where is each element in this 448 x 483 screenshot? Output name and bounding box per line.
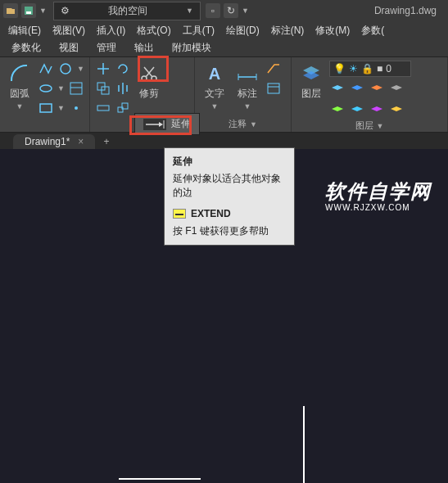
layer-walk-icon[interactable] xyxy=(388,103,405,120)
document-title: Drawing1.dwg xyxy=(366,5,445,16)
layer-lock-icon[interactable] xyxy=(388,82,405,98)
workspace-dropdown[interactable]: ⚙ 我的空间 ▼ xyxy=(53,2,201,20)
document-tab[interactable]: Drawing1* × xyxy=(13,134,95,149)
watermark: 软件自学网 WWW.RJZXW.COM xyxy=(325,178,432,212)
square-icon: ■ xyxy=(377,63,382,74)
layer-state-icon[interactable] xyxy=(329,82,346,98)
tooltip-help: 按 F1 键获得更多帮助 xyxy=(173,224,286,238)
sun-icon: ☀ xyxy=(349,63,358,74)
rectangle-icon[interactable] xyxy=(38,100,54,116)
dimension-icon xyxy=(236,62,259,85)
layer-match-icon[interactable] xyxy=(329,103,346,120)
ribbon: 圆弧 ▼ ▼ ▼ ▼ xyxy=(0,57,448,133)
menu-format[interactable]: 格式(O) xyxy=(132,22,175,39)
chevron-down-icon[interactable]: ▼ xyxy=(242,7,249,15)
arc-button[interactable]: 圆弧 ▼ xyxy=(5,61,34,112)
polyline-icon[interactable] xyxy=(38,61,54,77)
menu-modify[interactable]: 修改(M) xyxy=(310,22,355,39)
tooltip-command: EXTEND xyxy=(191,208,231,219)
new-tab-button[interactable]: + xyxy=(98,134,114,149)
svg-rect-10 xyxy=(97,106,109,111)
menu-tools[interactable]: 工具(T) xyxy=(178,22,219,39)
ellipse-icon[interactable] xyxy=(38,80,54,97)
open-icon[interactable] xyxy=(3,3,18,18)
panel-draw: 圆弧 ▼ ▼ ▼ ▼ xyxy=(0,57,90,132)
cloud-icon[interactable]: ▫ xyxy=(206,3,220,18)
layer-zero-label: 0 xyxy=(386,63,391,74)
panel-annotate: A 文字 ▼ 标注 ▼ 注释▼ xyxy=(195,57,292,132)
canvas-line-vertical xyxy=(303,406,305,483)
canvas-line-horizontal xyxy=(119,478,201,480)
menu-insert[interactable]: 插入(I) xyxy=(92,22,130,39)
ribbon-tabstrip: 参数化 视图 管理 输出 附加模块 xyxy=(0,39,448,57)
svg-rect-4 xyxy=(70,83,82,94)
titlebar: ▼ ⚙ 我的空间 ▼ ▫ ↻ ▼ Drawing1.dwg xyxy=(0,0,448,21)
menu-draw[interactable]: 绘图(D) xyxy=(221,22,265,39)
tab-parametric[interactable]: 参数化 xyxy=(3,39,49,56)
chevron-down-icon: ▼ xyxy=(16,102,24,111)
panel-annotate-title: 注释 xyxy=(229,118,247,130)
copy-icon[interactable] xyxy=(95,80,111,97)
menu-dimension[interactable]: 标注(N) xyxy=(266,22,310,39)
lock-icon: 🔒 xyxy=(361,63,373,74)
arc-icon xyxy=(8,62,31,85)
trim-label: 修剪 xyxy=(139,87,159,101)
panel-layers-title: 图层 xyxy=(355,120,373,132)
menu-edit[interactable]: 编辑(E) xyxy=(3,22,46,39)
command-icon xyxy=(173,209,186,219)
leader-icon[interactable] xyxy=(265,61,282,77)
text-icon: A xyxy=(203,62,226,85)
tab-manage[interactable]: 管理 xyxy=(88,39,124,56)
document-tab-label: Drawing1* xyxy=(25,136,70,147)
menu-parametric[interactable]: 参数( xyxy=(356,22,389,39)
extend-label: 延伸 xyxy=(171,117,191,131)
mirror-icon[interactable] xyxy=(115,80,131,97)
gear-icon: ⚙ xyxy=(61,5,70,16)
save-icon[interactable] xyxy=(21,3,36,18)
hatch-icon[interactable] xyxy=(68,80,84,97)
arc-label: 圆弧 xyxy=(10,87,29,101)
trim-button[interactable]: 修剪 xyxy=(134,61,164,102)
refresh-icon[interactable]: ↻ xyxy=(224,3,238,18)
text-button[interactable]: A 文字 ▼ xyxy=(200,61,229,112)
layer-label: 图层 xyxy=(301,87,321,101)
point-icon[interactable] xyxy=(68,100,84,116)
svg-rect-18 xyxy=(268,84,279,93)
layer-iso-icon[interactable] xyxy=(349,82,365,98)
svg-rect-6 xyxy=(40,104,52,112)
extend-flyout-item[interactable]: 延伸 xyxy=(134,113,200,135)
circle-icon[interactable] xyxy=(57,61,74,77)
dimension-button[interactable]: 标注 ▼ xyxy=(233,61,262,112)
stretch-icon[interactable] xyxy=(95,100,111,116)
menubar: 编辑(E) 视图(V) 插入(I) 格式(O) 工具(T) 绘图(D) 标注(N… xyxy=(0,21,448,39)
tab-addins[interactable]: 附加模块 xyxy=(164,39,219,56)
layers-icon xyxy=(300,62,323,85)
svg-point-3 xyxy=(40,85,52,92)
chevron-down-icon: ▼ xyxy=(186,7,193,15)
table-icon[interactable] xyxy=(265,80,282,97)
rotate-icon[interactable] xyxy=(115,61,131,77)
document-tabstrip: Drawing1* × + xyxy=(0,133,448,149)
layer-properties-button[interactable]: 图层 xyxy=(296,61,326,102)
layer-prev-icon[interactable] xyxy=(349,103,365,120)
layer-off-icon[interactable] xyxy=(369,103,385,120)
scale-icon[interactable] xyxy=(115,100,131,116)
dimension-label: 标注 xyxy=(238,87,257,101)
svg-rect-1 xyxy=(26,11,31,14)
tab-output[interactable]: 输出 xyxy=(126,39,162,56)
layer-freeze-icon[interactable] xyxy=(369,82,385,98)
quick-access-toolbar: ▼ xyxy=(3,3,47,18)
move-icon[interactable] xyxy=(95,61,111,77)
menu-view[interactable]: 视图(V) xyxy=(48,22,90,39)
lightbulb-icon: 💡 xyxy=(333,63,346,74)
qat-dropdown-icon[interactable]: ▼ xyxy=(39,7,47,15)
scissors-icon xyxy=(138,62,161,85)
workspace-label: 我的空间 xyxy=(108,4,147,18)
chevron-down-icon[interactable]: ▼ xyxy=(77,65,84,73)
tooltip-description: 延伸对象以适合其他对象的边 xyxy=(173,172,286,200)
tab-view[interactable]: 视图 xyxy=(51,39,87,56)
close-icon[interactable]: × xyxy=(78,136,84,147)
svg-point-7 xyxy=(75,106,78,110)
layer-selector[interactable]: 💡 ☀ 🔒 ■ 0 xyxy=(329,61,411,77)
panel-layers: 图层 💡 ☀ 🔒 ■ 0 xyxy=(292,57,448,132)
